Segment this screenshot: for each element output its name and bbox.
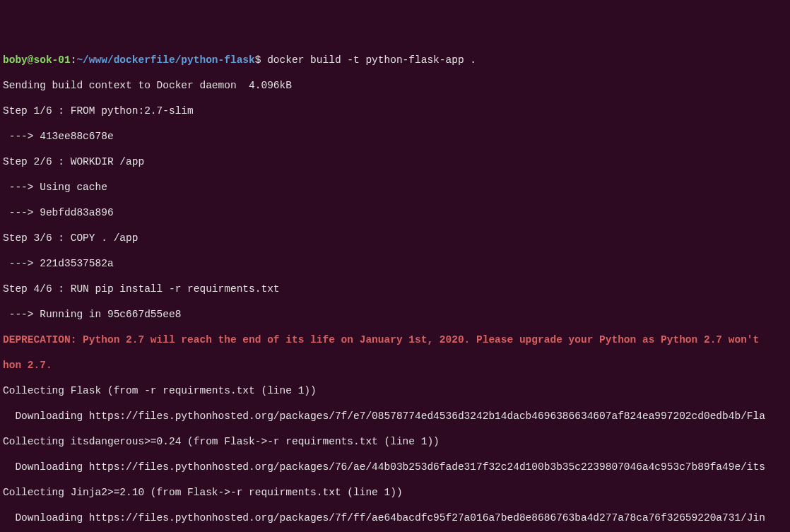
terminal-line: Sending build context to Docker daemon 4… [3, 79, 787, 92]
terminal-line: ---> 413ee88c678e [3, 130, 787, 143]
prompt-path: ~/www/dockerfile/python-flask [76, 54, 254, 66]
terminal-line: ---> 9ebfdd83a896 [3, 206, 787, 219]
terminal-line: Step 4/6 : RUN pip install -r requirment… [3, 283, 787, 295]
terminal-line: Collecting itsdangerous>=0.24 (from Flas… [3, 435, 787, 448]
terminal-line: Downloading https://files.pythonhosted.o… [3, 410, 787, 422]
terminal-line: Collecting Flask (from -r requirments.tx… [3, 384, 787, 397]
terminal-line-prompt[interactable]: boby@sok-01:~/www/dockerfile/python-flas… [3, 54, 787, 66]
terminal-line: ---> Using cache [3, 181, 787, 194]
terminal-line: Downloading https://files.pythonhosted.o… [3, 461, 787, 473]
terminal-line: Collecting Jinja2>=2.10 (from Flask->-r … [3, 486, 787, 499]
deprecation-warning: hon 2.7. [3, 359, 787, 372]
terminal-line: ---> Running in 95c667d55ee8 [3, 308, 787, 321]
prompt-user: boby@sok-01 [3, 54, 71, 66]
command-text: docker build -t python-flask-app . [267, 54, 476, 66]
deprecation-warning: DEPRECATION: Python 2.7 will reach the e… [3, 333, 787, 346]
terminal-line: Step 2/6 : WORKDIR /app [3, 155, 787, 168]
terminal-line: Downloading https://files.pythonhosted.o… [3, 512, 787, 524]
terminal-line: Step 1/6 : FROM python:2.7-slim [3, 105, 787, 117]
terminal-line: Step 3/6 : COPY . /app [3, 232, 787, 244]
terminal-line: ---> 221d3537582a [3, 257, 787, 270]
prompt-dollar: $ [255, 54, 267, 66]
